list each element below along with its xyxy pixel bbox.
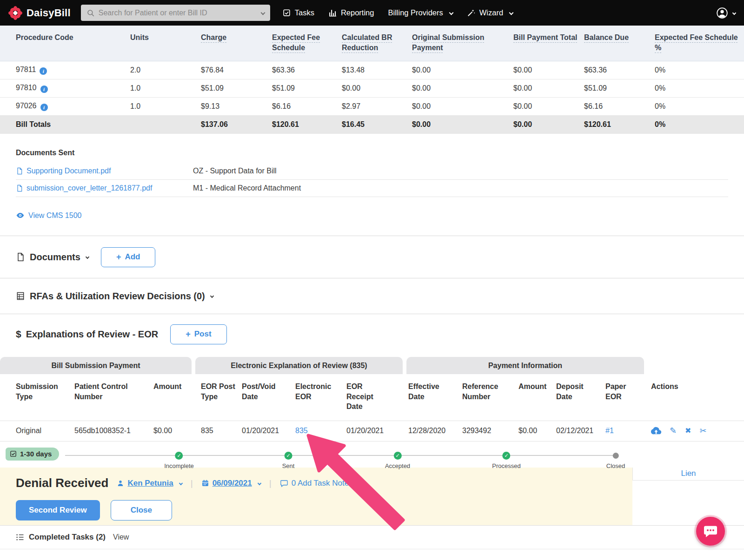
second-review-button[interactable]: Second Review [16, 500, 100, 520]
main-nav: Tasks Reporting Billing Providers Wizard [282, 8, 513, 17]
info-icon[interactable]: i [40, 104, 48, 111]
nav-wizard[interactable]: Wizard [467, 8, 513, 17]
stage-check-icon: ✓ [393, 452, 401, 460]
view-cms-1500-link[interactable]: View CMS 1500 [16, 211, 81, 220]
add-button-label: Add [125, 252, 140, 262]
info-icon[interactable]: i [40, 67, 47, 75]
eor-table: Submission Type Patient Control Number A… [0, 374, 744, 441]
procedure-code-cell: 97810i [0, 79, 130, 97]
reporting-icon [328, 8, 337, 17]
stage-incomplete: ✓ Incomplete [164, 452, 194, 469]
procedure-row: 97810i 1.0 $51.09 $51.09 $0.00 $0.00 $0.… [0, 79, 744, 97]
orig-payment-cell: $0.00 [412, 97, 513, 115]
col-procedure-code: Procedure Code [0, 26, 130, 61]
upload-cloud-icon[interactable] [651, 426, 661, 436]
total-expected-fee: $120.61 [272, 115, 342, 134]
br-reduction-cell: $0.00 [342, 79, 412, 97]
nav-reporting[interactable]: Reporting [328, 8, 374, 17]
eor-group-tabs: Bill Submission Payment Electronic Expla… [0, 357, 744, 374]
dollar-icon: $ [16, 329, 21, 340]
add-task-note-link[interactable]: 0 Add Task Note [280, 479, 349, 488]
due-date-link[interactable]: 06/09/2021 [201, 479, 261, 488]
total-orig-payment: $0.00 [412, 115, 513, 134]
documents-toggle[interactable]: Documents [16, 252, 89, 263]
col-amount: Amount [153, 374, 201, 421]
stage-closed: Closed [606, 452, 625, 469]
col-electronic-eor: Electronic EOR [295, 374, 346, 421]
assignee-link[interactable]: Ken Petunia [117, 479, 182, 488]
paper-eor-link[interactable]: #1 [605, 427, 614, 435]
chevron-down-icon [179, 481, 182, 485]
stage-processed: ✓ Processed [492, 452, 520, 469]
document-link[interactable]: Supporting Document.pdf [16, 167, 193, 175]
document-icon [16, 252, 25, 262]
bill-totals-label: Bill Totals [0, 115, 130, 134]
eor-row: Original 565db1008352-1 $0.00 835 01/20/… [0, 421, 744, 441]
checkbox-icon [10, 450, 17, 457]
chat-widget-button[interactable] [696, 517, 725, 546]
brand-home-link[interactable]: DaisyBill [8, 6, 71, 20]
col-eor-post-type: EOR Post Type [201, 374, 242, 421]
document-row: Supporting Document.pdf OZ - Support Dat… [16, 163, 728, 180]
expected-fee-cell: $51.09 [272, 79, 342, 97]
paper-eor-cell: #1 [605, 421, 651, 441]
completed-tasks-bar: Completed Tasks (2) View [0, 525, 744, 549]
search-dropdown-icon[interactable] [260, 11, 265, 15]
nav-billing-providers[interactable]: Billing Providers [388, 8, 452, 17]
total-br-reduction: $16.45 [342, 115, 412, 134]
document-name: Supporting Document.pdf [27, 167, 111, 175]
nav-tasks[interactable]: Tasks [282, 8, 314, 17]
procedure-row: 97026i 1.0 $9.13 $6.16 $2.97 $0.00 $0.00… [0, 97, 744, 115]
assignee-name: Ken Petunia [127, 479, 173, 488]
post-eor-button[interactable]: + Post [170, 324, 226, 344]
close-bill-button[interactable]: Close [111, 500, 172, 520]
add-document-button[interactable]: + Add [101, 247, 156, 267]
rfa-title: RFAs & Utilization Review Decisions (0) [30, 291, 205, 302]
patient-control-number: 565db1008352-1 [74, 421, 153, 441]
stage-check-icon: ✓ [285, 452, 292, 460]
eor-section-bar: $ Explanations of Review - EOR + Post [0, 314, 744, 351]
lien-tab[interactable]: Lien [632, 468, 744, 481]
chat-bubble-icon [703, 524, 718, 539]
total-charge: $137.06 [201, 115, 272, 134]
view-completed-tasks-link[interactable]: View [113, 533, 129, 541]
status-title: Denial Received [16, 476, 108, 490]
wizard-icon [467, 8, 476, 17]
chevron-down-icon [732, 11, 736, 14]
info-icon[interactable]: i [40, 86, 48, 93]
col-patient-control-number: Patient Control Number [74, 374, 153, 421]
global-search [81, 5, 270, 21]
document-type: OZ - Support Data for Bill [193, 167, 277, 175]
orig-payment-cell: $0.00 [412, 61, 513, 79]
eor-section-title-group: $ Explanations of Review - EOR [16, 329, 158, 340]
daisybill-logo-icon [8, 6, 22, 20]
procedure-table: Procedure Code Units Charge Expected Fee… [0, 26, 744, 134]
expected-pct-cell: 0% [655, 61, 744, 79]
rfa-toggle[interactable]: RFAs & Utilization Review Decisions (0) [16, 291, 213, 302]
edit-pencil-icon[interactable]: ✎ [670, 427, 677, 435]
chevron-down-icon [509, 11, 514, 15]
balance-due-cell: $63.36 [584, 61, 655, 79]
search-input[interactable] [99, 9, 255, 17]
detach-scissors-icon[interactable]: ✂ [700, 427, 707, 435]
electronic-eor-link[interactable]: 835 [295, 427, 308, 435]
chevron-down-icon [210, 294, 214, 298]
delete-x-icon[interactable]: ✖ [685, 427, 691, 435]
user-menu[interactable] [716, 7, 736, 19]
expected-fee-cell: $63.36 [272, 61, 342, 79]
group-payment-information: Payment Information [406, 357, 644, 374]
document-link[interactable]: submission_cover_letter_1261877.pdf [16, 184, 193, 192]
document-name: submission_cover_letter_1261877.pdf [27, 184, 152, 192]
orig-payment-cell: $0.00 [412, 79, 513, 97]
person-icon [117, 480, 124, 487]
stage-check-icon: ✓ [502, 452, 510, 460]
effective-date: 12/28/2020 [408, 421, 462, 441]
post-void-date: 01/20/2021 [242, 421, 295, 441]
bill-payment-cell: $0.00 [513, 79, 584, 97]
procedure-code-cell: 97811i [0, 61, 130, 79]
chevron-down-icon [449, 11, 453, 15]
plus-icon: + [186, 329, 191, 339]
group-electronic-eor: Electronic Explanation of Review (835) [195, 357, 403, 374]
units-cell: 2.0 [130, 61, 201, 79]
nav-billing-providers-label: Billing Providers [388, 8, 443, 17]
